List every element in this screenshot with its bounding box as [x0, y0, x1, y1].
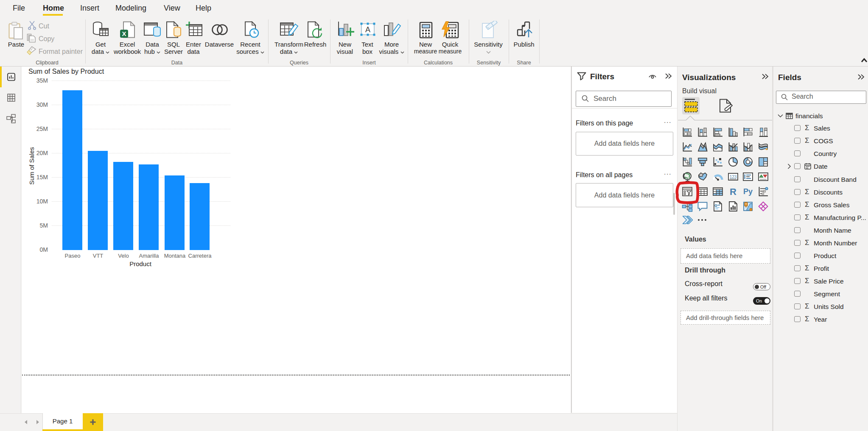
svg-text:A: A [365, 25, 370, 34]
svg-text:X: X [122, 30, 126, 37]
svg-text:Py: Py [743, 187, 753, 196]
svg-text:123: 123 [730, 175, 737, 179]
svg-text:R: R [730, 186, 736, 197]
